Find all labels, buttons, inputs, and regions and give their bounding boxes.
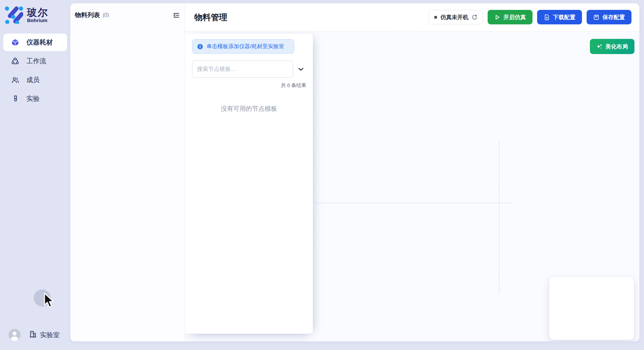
minimap-panel[interactable] [549,276,634,340]
status-dot-icon [434,16,437,19]
lab-entry[interactable]: 实验室 [29,330,60,340]
empty-templates-text: 没有可用的节点模板 [185,104,313,113]
main-header: 物料管理 仿真未开机 [185,3,639,31]
sidebar-footer: 实验室 [0,329,70,341]
workflow-canvas[interactable]: 美化布局 单击模板添加仪器/耗材至实验室 [185,31,639,341]
sidebar-item-experiments[interactable]: 实验 [3,90,67,107]
start-simulation-button[interactable]: 开启仿真 [488,10,532,24]
info-icon [197,44,203,50]
brand-name: 玻尔 Bohrium [27,7,48,23]
lab-entry-label: 实验室 [40,331,60,339]
sidebar-nav: 仪器耗材 工作流 成员 [0,34,70,107]
cube-icon [11,39,19,46]
material-list-header: 物料列表 (0) [70,3,185,27]
material-list-count: (0) [103,12,109,18]
brand-logo[interactable]: 玻尔 Bohrium [0,0,70,25]
canvas-gridline-horizontal [315,203,511,203]
sidebar-item-label: 成员 [26,75,40,84]
template-hint-text: 单击模板添加仪器/耗材至实验室 [207,43,284,50]
main-section: 物料管理 仿真未开机 [185,3,639,341]
canvas-gridline-vertical [499,142,499,293]
template-search-row [192,60,313,78]
bohrium-logo-icon [4,5,23,25]
user-avatar[interactable] [9,329,20,341]
beautify-layout-label: 美化布局 [605,43,628,50]
sidebar-item-label: 工作流 [26,57,46,66]
sidebar-item-instruments[interactable]: 仪器耗材 [3,34,67,51]
content-card: 物料列表 (0) 物料管理 仿真未开机 [70,3,639,341]
sidebar-item-members[interactable]: 成员 [3,71,67,89]
users-icon [11,76,19,84]
building-icon [29,330,37,340]
sidebar-item-label: 仪器耗材 [26,38,53,47]
material-list-title: 物料列表 [75,11,100,19]
play-icon [494,14,500,20]
header-actions: 仿真未开机 开启仿真 [429,10,631,24]
download-config-label: 下载配置 [553,14,575,21]
file-download-icon [544,14,550,20]
test-tube-icon [11,95,19,103]
template-hint-banner[interactable]: 单击模板添加仪器/耗材至实验室 [192,39,294,54]
download-config-button[interactable]: 下载配置 [537,10,582,24]
beautify-layout-button[interactable]: 美化布局 [590,39,634,54]
simulation-status-pill[interactable]: 仿真未开机 [429,10,483,24]
save-config-button[interactable]: 保存配置 [587,10,631,24]
page-title: 物料管理 [194,12,227,23]
mouse-cursor [42,293,56,310]
node-template-panel: 单击模板添加仪器/耗材至实验室 共 0 条结果 没有可用的节点模板 [185,33,313,334]
simulation-status-label: 仿真未开机 [440,14,468,21]
refresh-icon[interactable] [472,15,477,20]
sidebar-item-label: 实验 [26,94,40,103]
results-count: 共 0 条结果 [185,82,306,89]
sparkles-icon [596,44,602,49]
collapse-panel-icon[interactable] [173,12,180,19]
template-search-input[interactable] [192,60,293,78]
sidebar-item-workflow[interactable]: 工作流 [3,52,67,70]
chevron-down-icon[interactable] [298,66,304,73]
save-config-label: 保存配置 [602,14,625,21]
brand-name-en: Bohrium [27,18,48,23]
material-list-panel: 物料列表 (0) [70,3,185,341]
brand-name-cn: 玻尔 [27,7,48,18]
workflow-icon [11,57,19,65]
save-icon [593,14,599,20]
start-simulation-label: 开启仿真 [503,14,526,21]
